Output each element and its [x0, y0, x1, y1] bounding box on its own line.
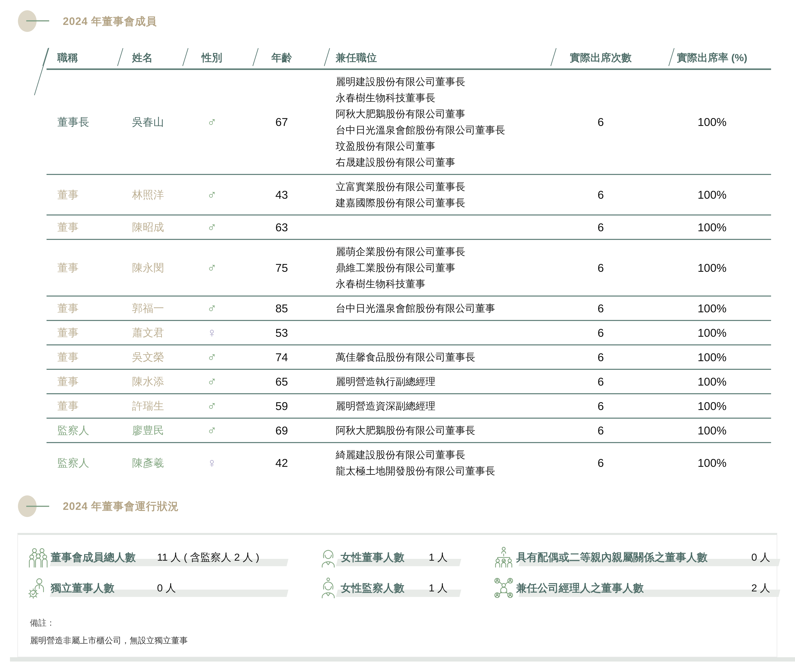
position-line: 龍太極土地開發股份有限公司董事長 [336, 463, 548, 479]
role-cell: 董事 [46, 350, 121, 364]
header-age: 年齡 [232, 51, 331, 65]
attendance-cell: 6 [548, 326, 653, 339]
stat-value: 0 人 [157, 581, 176, 595]
positions-cell: 麗明營造資深副總經理 [331, 398, 548, 414]
family-relation-icon [491, 547, 516, 568]
stat-label: 獨立董事人數 [51, 581, 157, 595]
gender-symbol-icon: ♂ [191, 398, 232, 413]
age-cell: 85 [232, 302, 331, 315]
rate-cell: 100% [653, 221, 771, 234]
stat-independent-directors: 獨立董事人數 0 人 [26, 573, 287, 603]
positions-cell: 麗明建設股份有限公司董事長永春樹生物科技董事長阿秋大肥鵝股份有限公司董事台中日光… [331, 74, 548, 170]
header-gender: 性別 [191, 51, 232, 65]
positions-cell: 麗明營造執行副總經理 [331, 373, 548, 390]
female-director-icon [316, 547, 341, 568]
positions-cell: 麗萌企業股份有限公司董事長鼎維工業股份有限公司董事永春樹生物科技董事 [331, 243, 548, 292]
gender-symbol-icon: ♂ [191, 260, 232, 275]
age-cell: 74 [232, 351, 331, 364]
rate-cell: 100% [653, 326, 771, 339]
position-line: 麗萌企業股份有限公司董事長 [336, 243, 548, 260]
header-role: 職稱 [46, 51, 121, 65]
positions-cell: 萬佳馨食品股份有限公司董事長 [331, 349, 548, 365]
position-line: 麗明營造資深副總經理 [336, 398, 548, 414]
board-members-table: 職稱 姓名 性別 年齡 兼任職位 實際出席次數 實際出席率 (%) 董事長 吳春… [46, 47, 771, 483]
stat-value: 11 人 ( 含監察人 2 人 ) [157, 550, 260, 564]
gender-symbol-icon: ♂ [191, 301, 232, 316]
positions-cell: 立富實業股份有限公司董事長建嘉國際股份有限公司董事長 [331, 179, 548, 211]
rate-cell: 100% [653, 302, 771, 315]
attendance-cell: 6 [548, 302, 653, 315]
name-cell: 陳永閔 [121, 261, 191, 275]
header-positions: 兼任職位 [331, 51, 548, 65]
name-cell: 陳彥羲 [121, 456, 191, 470]
age-cell: 53 [232, 326, 331, 339]
position-line: 鼎維工業股份有限公司董事 [336, 260, 548, 276]
name-cell: 陳水添 [121, 374, 191, 389]
header-name: 姓名 [121, 51, 191, 65]
stat-value: 1 人 [429, 581, 448, 595]
attendance-cell: 6 [548, 188, 653, 201]
gender-symbol-icon: ♂ [191, 423, 232, 438]
table-row: 董事 許瑞生 ♂ 59 麗明營造資深副總經理 6 100% [46, 394, 771, 419]
name-cell: 廖豊民 [121, 423, 191, 438]
people-group-icon [26, 547, 51, 568]
stat-label: 女性監察人數 [341, 581, 429, 595]
rate-cell: 100% [653, 400, 771, 413]
attendance-cell: 6 [548, 424, 653, 437]
role-cell: 董事 [46, 261, 121, 275]
position-line: 阿秋大肥鵝股份有限公司董事 [336, 106, 548, 122]
attendance-cell: 6 [548, 261, 653, 274]
role-cell: 董事 [46, 220, 121, 234]
female-supervisor-icon [316, 577, 341, 598]
role-cell: 董事 [46, 325, 121, 340]
board-table-body: 董事長 吳春山 ♂ 67 麗明建設股份有限公司董事長永春樹生物科技董事長阿秋大肥… [46, 70, 771, 483]
role-cell: 監察人 [46, 456, 121, 470]
position-line: 萬佳馨食品股份有限公司董事長 [336, 349, 548, 365]
position-line: 建嘉國際股份有限公司董事長 [336, 195, 548, 211]
note-text: 麗明營造非屬上市櫃公司，無設立獨立董事 [30, 635, 188, 646]
position-line: 綺麗建設股份有限公司董事長 [336, 447, 548, 463]
table-row: 董事長 吳春山 ♂ 67 麗明建設股份有限公司董事長永春樹生物科技董事長阿秋大肥… [46, 70, 771, 175]
board-report-page: 2024 年董事會成員 職稱 姓名 性別 年齡 兼任職位 實際出席次數 實際出席… [0, 0, 795, 672]
table-row: 監察人 廖豊民 ♂ 69 阿秋大肥鵝股份有限公司董事長 6 100% [46, 419, 771, 443]
age-cell: 65 [232, 375, 331, 388]
stat-total-members: 董事會成員總人數 11 人 ( 含監察人 2 人 ) [26, 542, 287, 572]
position-line: 台中日光溫泉會館股份有限公司董事長 [336, 122, 548, 138]
stat-label: 兼任公司經理人之董事人數 [516, 581, 644, 595]
manager-concurrent-icon [491, 577, 516, 598]
note-label: 備註： [30, 618, 55, 629]
rate-cell: 100% [653, 351, 771, 364]
name-cell: 郭福一 [121, 301, 191, 315]
stat-label: 董事會成員總人數 [51, 550, 157, 565]
position-line: 右晟建設股份有限公司董事 [336, 154, 548, 170]
stat-manager-concurrent-directors: 兼任公司經理人之董事人數 2 人 [491, 573, 779, 603]
attendance-cell: 6 [548, 456, 653, 469]
age-cell: 42 [232, 456, 331, 469]
name-cell: 蕭文君 [121, 325, 191, 340]
header-attendance: 實際出席次數 [548, 51, 653, 65]
stat-family-relation-directors: 具有配偶或二等親內親屬關係之董事人數 0 人 [491, 542, 779, 572]
table-row: 監察人 陳彥羲 ♀ 42 綺麗建設股份有限公司董事長龍太極土地開發股份有限公司董… [46, 443, 771, 483]
position-line: 永春樹生物科技董事長 [336, 90, 548, 106]
stat-label: 女性董事人數 [341, 550, 429, 565]
age-cell: 63 [232, 221, 331, 234]
attendance-cell: 6 [548, 115, 653, 128]
positions-cell: 阿秋大肥鵝股份有限公司董事長 [331, 422, 548, 438]
attendance-cell: 6 [548, 351, 653, 364]
section-bullet-line-icon [26, 506, 49, 507]
rate-cell: 100% [653, 261, 771, 274]
age-cell: 69 [232, 424, 331, 437]
attendance-cell: 6 [548, 221, 653, 234]
role-cell: 監察人 [46, 423, 121, 438]
gender-symbol-icon: ♂ [191, 114, 232, 130]
position-line: 立富實業股份有限公司董事長 [336, 179, 548, 195]
position-line: 阿秋大肥鵝股份有限公司董事長 [336, 422, 548, 438]
role-cell: 董事 [46, 187, 121, 202]
table-row: 董事 吳文榮 ♂ 74 萬佳馨食品股份有限公司董事長 6 100% [46, 346, 771, 370]
table-row: 董事 陳昭成 ♂ 63 6 100% [46, 216, 771, 240]
stat-female-directors: 女性董事人數 1 人 [316, 542, 464, 572]
role-cell: 董事 [46, 301, 121, 315]
position-line: 玟盈股份有限公司董事 [336, 138, 548, 154]
attendance-cell: 6 [548, 375, 653, 388]
stat-value: 2 人 [751, 581, 779, 595]
